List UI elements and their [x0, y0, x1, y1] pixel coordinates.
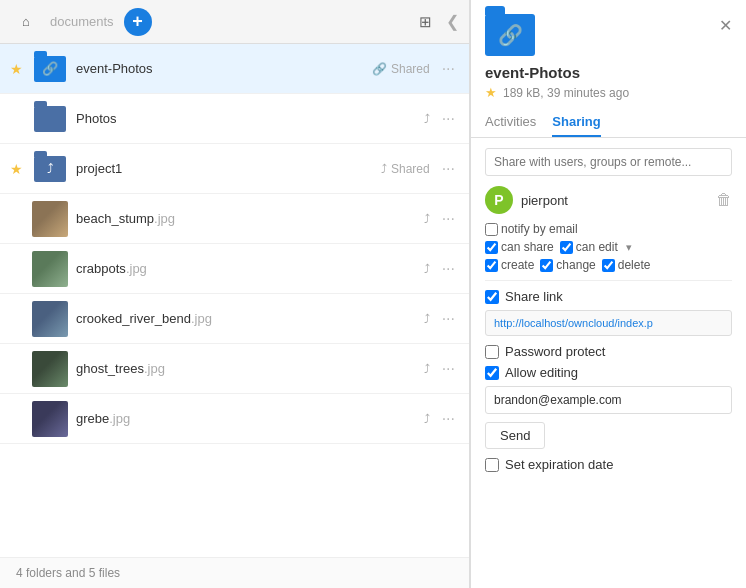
- permissions-row: notify by email: [485, 222, 732, 236]
- file-size-date: 189 kB, 39 minutes ago: [503, 86, 629, 100]
- expiration-date-label: Set expiration date: [505, 457, 613, 472]
- folder-icon: 🔗: [32, 51, 68, 87]
- add-button[interactable]: +: [124, 8, 152, 36]
- delete-user-button[interactable]: 🗑: [716, 191, 732, 209]
- list-item[interactable]: ★ Photos ⤴ ···: [0, 94, 469, 144]
- detail-panel: 🔗 ✕ event-Photos ★ 189 kB, 39 minutes ag…: [470, 0, 746, 588]
- change-label: change: [556, 258, 595, 272]
- list-item[interactable]: ★ crabpots.jpg ⤴ ···: [0, 244, 469, 294]
- share-link-url[interactable]: http://localhost/owncloud/index.p: [485, 310, 732, 336]
- star-icon[interactable]: ★: [10, 261, 28, 277]
- create-permission[interactable]: create: [485, 258, 534, 272]
- folder-large-icon: 🔗: [485, 14, 535, 56]
- send-button[interactable]: Send: [485, 422, 545, 449]
- avatar: P: [485, 186, 513, 214]
- link-icon: 🔗: [498, 23, 523, 47]
- change-checkbox[interactable]: [540, 259, 553, 272]
- share-button[interactable]: ⤴: [424, 412, 430, 426]
- star-icon[interactable]: ★: [10, 361, 28, 377]
- file-meta: ★ 189 kB, 39 minutes ago: [485, 85, 732, 100]
- image-thumbnail: [32, 251, 68, 287]
- divider: [485, 280, 732, 281]
- more-button[interactable]: ···: [438, 156, 459, 182]
- grid-view-button[interactable]: ⊞: [419, 13, 432, 31]
- close-panel-button[interactable]: ✕: [719, 16, 732, 35]
- can-edit-checkbox[interactable]: [560, 241, 573, 254]
- top-bar: ⌂ documents + ⊞ ❮: [0, 0, 469, 44]
- file-name: Photos: [76, 111, 424, 126]
- can-share-checkbox[interactable]: [485, 241, 498, 254]
- star-icon[interactable]: ★: [10, 211, 28, 227]
- share-link-label: Share link: [505, 289, 563, 304]
- create-checkbox[interactable]: [485, 259, 498, 272]
- share-button[interactable]: ⤴: [424, 362, 430, 376]
- star-icon[interactable]: ★: [10, 311, 28, 327]
- permissions-dropdown[interactable]: ▾: [626, 241, 632, 254]
- detail-header: 🔗 ✕: [471, 0, 746, 56]
- share-link-checkbox[interactable]: [485, 290, 499, 304]
- star-icon[interactable]: ★: [10, 61, 28, 77]
- link-badge: 🔗: [42, 61, 58, 76]
- share-icon: ⤴: [424, 262, 430, 276]
- share-badge: ⤴: [47, 161, 54, 176]
- share-icon: ⤴: [424, 362, 430, 376]
- star-icon[interactable]: ★: [10, 411, 28, 427]
- file-name: grebe.jpg: [76, 411, 424, 426]
- change-permission[interactable]: change: [540, 258, 595, 272]
- star-icon[interactable]: ★: [10, 161, 28, 177]
- list-item[interactable]: ★ 🔗 event-Photos 🔗 Shared ···: [0, 44, 469, 94]
- list-item[interactable]: ★ grebe.jpg ⤴ ···: [0, 394, 469, 444]
- list-item[interactable]: ★ crooked_river_bend.jpg ⤴ ···: [0, 294, 469, 344]
- delete-permission[interactable]: delete: [602, 258, 651, 272]
- notify-email-permission[interactable]: notify by email: [485, 222, 578, 236]
- allow-editing-checkbox[interactable]: [485, 366, 499, 380]
- delete-checkbox[interactable]: [602, 259, 615, 272]
- folder-icon: [32, 101, 68, 137]
- can-share-permission[interactable]: can share: [485, 240, 554, 254]
- star-icon: ★: [485, 85, 497, 100]
- notify-email-label: notify by email: [501, 222, 578, 236]
- more-button[interactable]: ···: [438, 256, 459, 282]
- notify-email-checkbox[interactable]: [485, 223, 498, 236]
- expiration-date-row: Set expiration date: [485, 457, 732, 472]
- tab-activities[interactable]: Activities: [485, 108, 536, 137]
- password-protect-row: Password protect: [485, 344, 732, 359]
- star-icon[interactable]: ★: [10, 111, 28, 127]
- share-icon: ⤴: [424, 212, 430, 226]
- share-button[interactable]: ⤴: [424, 212, 430, 226]
- file-name: project1: [76, 161, 381, 176]
- more-button[interactable]: ···: [438, 306, 459, 332]
- close-left-button[interactable]: ❮: [446, 12, 459, 31]
- password-protect-checkbox[interactable]: [485, 345, 499, 359]
- file-list: ★ 🔗 event-Photos 🔗 Shared ··· ★ Photos ⤴: [0, 44, 469, 557]
- share-button[interactable]: ⤴: [424, 312, 430, 326]
- share-search-input[interactable]: [485, 148, 732, 176]
- can-edit-permission[interactable]: can edit: [560, 240, 618, 254]
- file-title: event-Photos: [485, 64, 732, 81]
- email-field[interactable]: [485, 386, 732, 414]
- file-name: crooked_river_bend.jpg: [76, 311, 424, 326]
- more-button[interactable]: ···: [438, 406, 459, 432]
- allow-editing-label: Allow editing: [505, 365, 578, 380]
- allow-editing-row: Allow editing: [485, 365, 732, 380]
- more-button[interactable]: ···: [438, 356, 459, 382]
- can-edit-label: can edit: [576, 240, 618, 254]
- home-button[interactable]: ⌂: [10, 6, 42, 38]
- sharing-content: P pierpont 🗑 notify by email can share c…: [471, 138, 746, 588]
- list-item[interactable]: ★ beach_stump.jpg ⤴ ···: [0, 194, 469, 244]
- share-button[interactable]: ⤴: [424, 262, 430, 276]
- more-button[interactable]: ···: [438, 206, 459, 232]
- breadcrumb: documents: [50, 14, 114, 29]
- share-button[interactable]: ⤴: [424, 112, 430, 126]
- list-item[interactable]: ★ ⤴ project1 ⤴ Shared ···: [0, 144, 469, 194]
- tab-sharing[interactable]: Sharing: [552, 108, 600, 137]
- list-item[interactable]: ★ ghost_trees.jpg ⤴ ···: [0, 344, 469, 394]
- share-icon: ⤴: [424, 112, 430, 126]
- shared-label: Shared: [391, 62, 430, 76]
- more-button[interactable]: ···: [438, 56, 459, 82]
- expiration-date-checkbox[interactable]: [485, 458, 499, 472]
- more-button[interactable]: ···: [438, 106, 459, 132]
- share-icon: ⤴: [424, 312, 430, 326]
- image-thumbnail: [32, 201, 68, 237]
- permissions-row-3: create change delete: [485, 258, 732, 272]
